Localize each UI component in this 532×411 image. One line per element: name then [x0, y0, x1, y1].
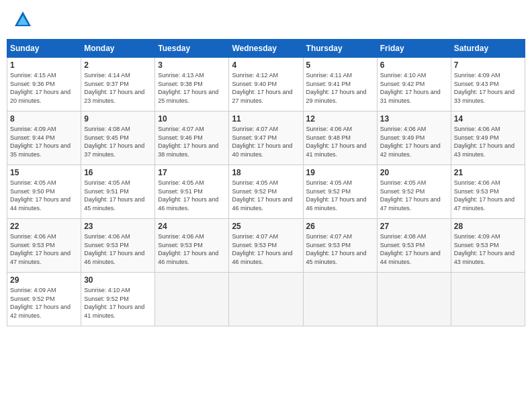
day-info: Sunrise: 4:08 AMSunset: 9:53 PMDaylight:…	[380, 233, 441, 265]
calendar-header-sunday: Sunday	[7, 40, 81, 58]
page-header	[7, 7, 525, 32]
calendar-cell-day-14: 14 Sunrise: 4:06 AMSunset: 9:49 PMDaylig…	[451, 111, 525, 165]
calendar-cell-day-3: 3 Sunrise: 4:13 AMSunset: 9:38 PMDayligh…	[155, 58, 229, 111]
day-number: 1	[10, 60, 78, 70]
day-number: 22	[10, 222, 78, 231]
day-info: Sunrise: 4:09 AMSunset: 9:44 PMDaylight:…	[10, 126, 71, 158]
day-number: 29	[10, 275, 78, 285]
day-info: Sunrise: 4:12 AMSunset: 9:40 PMDaylight:…	[232, 72, 292, 104]
calendar-header-row: SundayMondayTuesdayWednesdayThursdayFrid…	[7, 40, 525, 58]
calendar-header-friday: Friday	[377, 40, 451, 58]
day-info: Sunrise: 4:05 AMSunset: 9:51 PMDaylight:…	[84, 179, 144, 212]
calendar-table: SundayMondayTuesdayWednesdayThursdayFrid…	[7, 39, 525, 326]
calendar-cell-day-30: 30 Sunrise: 4:10 AMSunset: 9:52 PMDaylig…	[81, 273, 155, 326]
logo-icon	[13, 10, 32, 29]
day-number: 18	[232, 168, 300, 177]
day-number: 28	[454, 222, 522, 231]
calendar-header-thursday: Thursday	[303, 40, 377, 58]
day-info: Sunrise: 4:09 AMSunset: 9:43 PMDaylight:…	[454, 72, 515, 104]
day-info: Sunrise: 4:09 AMSunset: 9:52 PMDaylight:…	[10, 287, 71, 319]
calendar-cell-day-29: 29 Sunrise: 4:09 AMSunset: 9:52 PMDaylig…	[7, 273, 81, 326]
day-number: 10	[158, 114, 226, 124]
day-number: 26	[306, 222, 374, 231]
day-number: 20	[380, 168, 448, 177]
day-number: 3	[158, 60, 226, 70]
calendar-week-3: 15 Sunrise: 4:05 AMSunset: 9:50 PMDaylig…	[7, 165, 525, 219]
calendar-cell-empty	[451, 273, 525, 326]
calendar-cell-day-13: 13 Sunrise: 4:06 AMSunset: 9:49 PMDaylig…	[377, 111, 451, 165]
calendar-cell-day-9: 9 Sunrise: 4:08 AMSunset: 9:45 PMDayligh…	[81, 111, 155, 165]
calendar-header-monday: Monday	[81, 40, 155, 58]
calendar-cell-day-22: 22 Sunrise: 4:06 AMSunset: 9:53 PMDaylig…	[7, 219, 81, 273]
day-number: 25	[232, 222, 300, 231]
day-info: Sunrise: 4:06 AMSunset: 9:53 PMDaylight:…	[158, 233, 218, 265]
day-number: 16	[84, 168, 152, 177]
day-info: Sunrise: 4:07 AMSunset: 9:53 PMDaylight:…	[306, 233, 367, 265]
day-info: Sunrise: 4:13 AMSunset: 9:38 PMDaylight:…	[158, 72, 218, 104]
calendar-cell-day-21: 21 Sunrise: 4:06 AMSunset: 9:53 PMDaylig…	[451, 165, 525, 219]
calendar-cell-day-11: 11 Sunrise: 4:07 AMSunset: 9:47 PMDaylig…	[229, 111, 303, 165]
calendar-cell-empty	[155, 273, 229, 326]
calendar-cell-day-17: 17 Sunrise: 4:05 AMSunset: 9:51 PMDaylig…	[155, 165, 229, 219]
day-info: Sunrise: 4:07 AMSunset: 9:46 PMDaylight:…	[158, 126, 218, 158]
day-info: Sunrise: 4:15 AMSunset: 9:36 PMDaylight:…	[10, 72, 71, 104]
calendar-cell-day-23: 23 Sunrise: 4:06 AMSunset: 9:53 PMDaylig…	[81, 219, 155, 273]
day-number: 30	[84, 275, 152, 285]
day-info: Sunrise: 4:05 AMSunset: 9:52 PMDaylight:…	[232, 179, 292, 212]
logo	[13, 10, 35, 29]
day-info: Sunrise: 4:14 AMSunset: 9:37 PMDaylight:…	[84, 72, 144, 104]
calendar-cell-day-24: 24 Sunrise: 4:06 AMSunset: 9:53 PMDaylig…	[155, 219, 229, 273]
calendar-cell-day-18: 18 Sunrise: 4:05 AMSunset: 9:52 PMDaylig…	[229, 165, 303, 219]
day-info: Sunrise: 4:07 AMSunset: 9:47 PMDaylight:…	[232, 126, 292, 158]
day-info: Sunrise: 4:05 AMSunset: 9:51 PMDaylight:…	[158, 179, 218, 212]
day-info: Sunrise: 4:06 AMSunset: 9:49 PMDaylight:…	[454, 126, 515, 158]
calendar-cell-day-26: 26 Sunrise: 4:07 AMSunset: 9:53 PMDaylig…	[303, 219, 377, 273]
day-info: Sunrise: 4:06 AMSunset: 9:53 PMDaylight:…	[10, 233, 71, 265]
day-number: 17	[158, 168, 226, 177]
calendar-cell-day-19: 19 Sunrise: 4:05 AMSunset: 9:52 PMDaylig…	[303, 165, 377, 219]
day-info: Sunrise: 4:05 AMSunset: 9:50 PMDaylight:…	[10, 179, 71, 212]
calendar-cell-empty	[303, 273, 377, 326]
day-number: 21	[454, 168, 522, 177]
day-number: 19	[306, 168, 374, 177]
day-number: 13	[380, 114, 448, 124]
calendar-cell-day-27: 27 Sunrise: 4:08 AMSunset: 9:53 PMDaylig…	[377, 219, 451, 273]
day-number: 2	[84, 60, 152, 70]
day-info: Sunrise: 4:06 AMSunset: 9:49 PMDaylight:…	[380, 126, 441, 158]
calendar-cell-day-5: 5 Sunrise: 4:11 AMSunset: 9:41 PMDayligh…	[303, 58, 377, 111]
day-number: 14	[454, 114, 522, 124]
calendar-cell-day-12: 12 Sunrise: 4:06 AMSunset: 9:48 PMDaylig…	[303, 111, 377, 165]
calendar-week-1: 1 Sunrise: 4:15 AMSunset: 9:36 PMDayligh…	[7, 58, 525, 111]
calendar-week-2: 8 Sunrise: 4:09 AMSunset: 9:44 PMDayligh…	[7, 111, 525, 165]
calendar-week-4: 22 Sunrise: 4:06 AMSunset: 9:53 PMDaylig…	[7, 219, 525, 273]
day-info: Sunrise: 4:08 AMSunset: 9:45 PMDaylight:…	[84, 126, 144, 158]
calendar-cell-day-20: 20 Sunrise: 4:05 AMSunset: 9:52 PMDaylig…	[377, 165, 451, 219]
day-info: Sunrise: 4:10 AMSunset: 9:52 PMDaylight:…	[84, 287, 144, 319]
calendar-cell-day-15: 15 Sunrise: 4:05 AMSunset: 9:50 PMDaylig…	[7, 165, 81, 219]
calendar-cell-empty	[229, 273, 303, 326]
day-number: 12	[306, 114, 374, 124]
day-info: Sunrise: 4:10 AMSunset: 9:42 PMDaylight:…	[380, 72, 441, 104]
day-number: 5	[306, 60, 374, 70]
calendar-cell-day-28: 28 Sunrise: 4:09 AMSunset: 9:53 PMDaylig…	[451, 219, 525, 273]
day-number: 24	[158, 222, 226, 231]
day-info: Sunrise: 4:11 AMSunset: 9:41 PMDaylight:…	[306, 72, 367, 104]
day-number: 7	[454, 60, 522, 70]
day-info: Sunrise: 4:05 AMSunset: 9:52 PMDaylight:…	[380, 179, 441, 212]
calendar-cell-empty	[377, 273, 451, 326]
day-info: Sunrise: 4:06 AMSunset: 9:53 PMDaylight:…	[454, 179, 515, 212]
day-info: Sunrise: 4:09 AMSunset: 9:53 PMDaylight:…	[454, 233, 515, 265]
calendar-week-5: 29 Sunrise: 4:09 AMSunset: 9:52 PMDaylig…	[7, 273, 525, 326]
day-number: 9	[84, 114, 152, 124]
calendar-header-wednesday: Wednesday	[229, 40, 303, 58]
calendar-cell-day-16: 16 Sunrise: 4:05 AMSunset: 9:51 PMDaylig…	[81, 165, 155, 219]
day-number: 27	[380, 222, 448, 231]
day-info: Sunrise: 4:06 AMSunset: 9:53 PMDaylight:…	[84, 233, 144, 265]
day-number: 11	[232, 114, 300, 124]
day-info: Sunrise: 4:07 AMSunset: 9:53 PMDaylight:…	[232, 233, 292, 265]
day-info: Sunrise: 4:06 AMSunset: 9:48 PMDaylight:…	[306, 126, 367, 158]
day-number: 6	[380, 60, 448, 70]
day-number: 23	[84, 222, 152, 231]
calendar-cell-day-10: 10 Sunrise: 4:07 AMSunset: 9:46 PMDaylig…	[155, 111, 229, 165]
calendar-cell-day-2: 2 Sunrise: 4:14 AMSunset: 9:37 PMDayligh…	[81, 58, 155, 111]
